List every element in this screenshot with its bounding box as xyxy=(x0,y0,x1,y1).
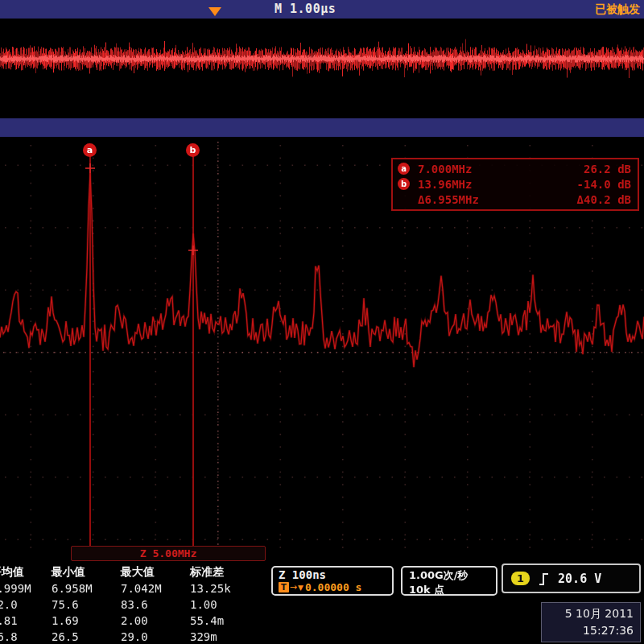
down-triangle-icon: ▼ xyxy=(298,584,303,592)
measurement-value: 13.25k xyxy=(190,582,231,595)
measurement-value: 83.6 xyxy=(121,598,148,611)
cursor-a-frequency: 7.000MHz xyxy=(418,163,472,175)
measurement-table: 平均值最小值最大值标准差6.999M6.958M7.042M13.25k82.0… xyxy=(0,564,269,644)
datetime-panel: 5 10月 2011 15:27:36 xyxy=(541,602,641,642)
cursor-b-level: -14.0 dB xyxy=(577,178,631,191)
measurement-header: 平均值 xyxy=(0,565,24,580)
trigger-t-icon: T xyxy=(279,582,289,592)
cursor-b-cross-icon xyxy=(188,246,198,255)
measurement-value: 6.958M xyxy=(52,582,93,595)
trigger-level-readout: 20.6 V xyxy=(558,572,601,586)
cursor-a-badge-icon: a xyxy=(398,163,410,175)
trigger-position-icon[interactable] xyxy=(208,7,221,16)
measurement-value: 7.042M xyxy=(121,582,162,595)
channel-1-badge: 1 xyxy=(511,572,530,585)
cursor-delta-readout-row: Δ6.955MHz Δ40.2 dB xyxy=(398,192,631,207)
measurement-value: 26.8 xyxy=(0,630,18,643)
bottom-status-area: 平均值最小值最大值标准差6.999M6.958M7.042M13.25k82.0… xyxy=(0,564,644,644)
cursor-readout-box: a 7.000MHz 26.2 dB b 13.96MHz -14.0 dB Δ… xyxy=(391,158,639,211)
measurement-value: 1.81 xyxy=(0,614,18,627)
trigger-time-readout: 0.00000 s xyxy=(305,581,361,593)
window-divider xyxy=(0,118,644,137)
oscilloscope-screen: M 1.00μs 已被触发 a b a 7.000MHz 26.2 dB xyxy=(0,0,644,644)
cursor-b-readout-row: b 13.96MHz -14.0 dB xyxy=(398,176,631,192)
measurement-value: 55.4m xyxy=(190,614,224,627)
measurement-header: 最大值 xyxy=(121,565,155,580)
measurement-value: 329m xyxy=(190,630,217,643)
measurement-header: 最小值 xyxy=(52,565,85,580)
timebase-readout: M 1.00μs xyxy=(275,2,336,16)
trigger-status-text: 已被触发 xyxy=(595,2,640,17)
measurement-value: 75.6 xyxy=(52,598,79,611)
cursor-a-label[interactable]: a xyxy=(83,143,97,157)
time-readout: 15:27:36 xyxy=(542,622,634,639)
measurement-value: 82.0 xyxy=(0,598,18,611)
time-domain-trace xyxy=(0,19,644,118)
measurement-value: 29.0 xyxy=(121,630,148,643)
top-status-bar: M 1.00μs 已被触发 xyxy=(0,0,644,19)
trigger-time-row: T → ▼ 0.00000 s xyxy=(279,581,392,593)
zoom-scale-readout: Z 100ns xyxy=(279,568,392,581)
rising-edge-icon xyxy=(538,571,550,587)
measurement-value: 2.00 xyxy=(121,614,148,627)
measurement-header: 标准差 xyxy=(190,565,224,580)
cursor-b-frequency: 13.96MHz xyxy=(418,178,472,191)
spectrum-window: a b a 7.000MHz 26.2 dB b 13.96MHz -14.0 … xyxy=(0,137,644,564)
cursor-a-readout-row: a 7.000MHz 26.2 dB xyxy=(398,161,631,176)
delta-frequency: Δ6.955MHz xyxy=(418,193,479,206)
measurement-value: 6.999M xyxy=(0,582,31,595)
arrow-right-icon: → xyxy=(290,582,297,592)
acquisition-box: 1.00G次/秒 10k 点 xyxy=(401,566,497,596)
measurement-value: 26.5 xyxy=(52,630,79,643)
cursor-a-cross-icon xyxy=(85,163,95,173)
fft-scale-label: Z 5.00MHz xyxy=(71,546,266,561)
measurement-value: 1.69 xyxy=(52,614,79,627)
zoom-timebase-box: Z 100ns T → ▼ 0.00000 s xyxy=(271,566,394,596)
record-length-readout: 10k 点 xyxy=(409,583,496,597)
cursor-b-badge-icon: b xyxy=(398,178,410,190)
cursor-a-level: 26.2 dB xyxy=(584,163,631,175)
date-readout: 5 10月 2011 xyxy=(542,605,634,622)
sample-rate-readout: 1.00G次/秒 xyxy=(409,568,496,583)
delta-level: Δ40.2 dB xyxy=(577,193,631,206)
measurement-value: 1.00 xyxy=(190,598,217,611)
cursor-b-label[interactable]: b xyxy=(186,143,200,157)
trigger-info-box: 1 20.6 V xyxy=(502,564,641,593)
